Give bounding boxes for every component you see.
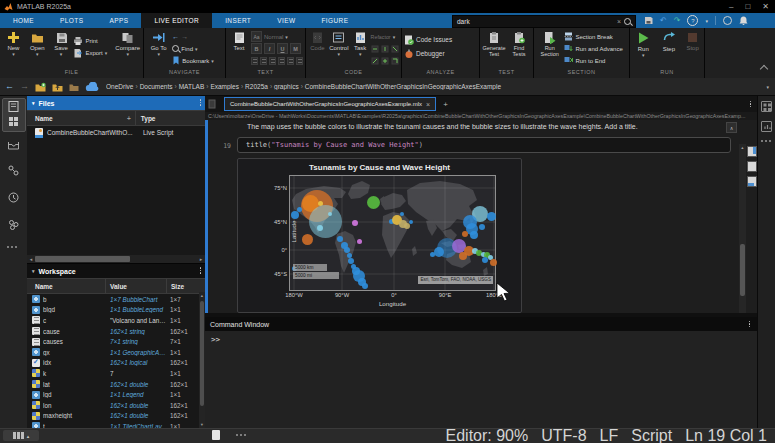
align-center-icon[interactable] <box>260 57 267 65</box>
editor-zoom-level[interactable]: Editor: 90% <box>446 427 529 443</box>
panel-source-control-icon[interactable] <box>7 164 20 177</box>
run-button[interactable]: Run▾ <box>632 31 655 57</box>
monospace-button[interactable]: M <box>290 43 301 54</box>
back-icon[interactable]: ← <box>5 82 14 91</box>
clear-search-icon[interactable]: × <box>614 18 624 25</box>
maximize-button[interactable]: □ <box>745 2 750 11</box>
ribbon-tab-figure[interactable]: FIGURE <box>308 13 361 28</box>
ribbon-tab-live-editor[interactable]: LIVE EDITOR <box>141 13 212 28</box>
table-row[interactable]: lgd1×1 Legend1×1 <box>27 389 205 400</box>
editor-scrollbar[interactable]: ▴ ▾ <box>739 144 746 313</box>
refactor-tool-icon[interactable] <box>381 57 389 65</box>
ribbon-tab-home[interactable]: HOME <box>0 13 47 28</box>
table-row[interactable]: b1×7 BubbleChart1×7 <box>27 294 205 305</box>
breadcrumb-item[interactable]: R2025a <box>245 83 268 90</box>
find-tests-button[interactable]: Find Tests <box>507 31 531 57</box>
ribbon-tab-apps[interactable]: APPS <box>96 13 141 28</box>
sort-icon[interactable]: + <box>127 115 131 122</box>
control-button[interactable]: Control▾ <box>328 31 350 56</box>
output-inline-icon[interactable] <box>747 146 757 157</box>
files-menu-icon[interactable] <box>200 99 202 106</box>
run-to-end-button[interactable]: Run to End <box>564 55 627 66</box>
generate-test-button[interactable]: Generate Test <box>482 31 506 57</box>
scroll-up-icon[interactable]: ▴ <box>739 144 746 152</box>
search-icon[interactable] <box>624 18 631 25</box>
bullet-list-icon[interactable] <box>278 57 285 65</box>
new-folder-icon[interactable] <box>35 82 46 92</box>
column-header-name[interactable]: Name <box>27 283 105 290</box>
editor-body[interactable]: 19 The map uses the bubble colors to ill… <box>205 120 757 313</box>
column-header-size[interactable]: Size <box>167 283 184 290</box>
document-bar-icon[interactable] <box>208 99 216 109</box>
command-window-header[interactable]: Command Window <box>205 317 757 331</box>
save-button[interactable]: Save▾ <box>50 31 73 56</box>
output-hide-icon[interactable] <box>747 161 757 172</box>
export-button[interactable]: Export▾ <box>73 47 113 58</box>
files-panel-header[interactable]: ▾ Files <box>27 96 205 110</box>
address-caret-icon[interactable]: ▾ <box>766 85 769 89</box>
command-window[interactable]: >> <box>205 331 757 428</box>
close-button[interactable]: ✕ <box>762 2 769 11</box>
table-row[interactable]: cause162×1 string162×1 <box>27 326 205 337</box>
scroll-right-icon[interactable]: ▸ <box>197 256 205 262</box>
refactor-tool-icon[interactable] <box>371 57 379 65</box>
minimize-button[interactable]: – <box>729 2 733 11</box>
editor-tab[interactable]: CombineBubbleChartWithOtherGraphicsInGeo… <box>224 97 436 111</box>
refactor-tool-icon[interactable] <box>391 45 399 53</box>
workspace-menu-icon[interactable] <box>200 267 202 274</box>
scroll-left-icon[interactable]: ◂ <box>27 256 35 262</box>
ribbon-tab-view[interactable]: VIEW <box>264 13 308 28</box>
table-row[interactable]: CombineBubbleChartWithO...Live Script <box>27 126 205 139</box>
column-header-value[interactable]: Value <box>106 283 166 290</box>
text-style-dropdown[interactable]: Aa Normal▾ <box>251 31 303 42</box>
editor-tab-menu-icon[interactable] <box>750 101 752 108</box>
table-row[interactable]: k71×1 <box>27 368 205 379</box>
refactor-tool-icon[interactable] <box>391 57 399 65</box>
community-icon[interactable] <box>723 16 732 25</box>
print-button[interactable]: Print <box>73 35 113 46</box>
close-tab-icon[interactable]: × <box>426 101 430 108</box>
column-header-name[interactable]: Name <box>27 115 127 122</box>
bookmark-button[interactable]: Bookmark▾ <box>172 55 223 66</box>
workspace-panel-header[interactable]: ▾ Workspace <box>27 264 205 278</box>
refactor-tool-icon[interactable] <box>381 45 389 53</box>
new-tab-icon[interactable]: + <box>443 100 448 109</box>
table-row[interactable]: lat162×1 double162×1 <box>27 379 205 390</box>
panel-command-window-icon[interactable] <box>7 138 20 151</box>
numbered-list-icon[interactable] <box>287 57 294 65</box>
collapse-files-icon[interactable]: ▾ <box>32 101 35 105</box>
command-window-menu-icon[interactable] <box>749 321 751 328</box>
code-line[interactable]: title("Tsunamis by Cause and Wave Height… <box>237 137 731 153</box>
more-panels-icon[interactable] <box>7 246 19 249</box>
underline-button[interactable]: U <box>277 43 288 54</box>
breadcrumb-item[interactable]: graphics <box>274 83 299 90</box>
refactor-button[interactable]: Refactor▾ <box>371 31 399 42</box>
align-right-icon[interactable] <box>269 57 276 65</box>
task-button[interactable]: Task▾ <box>351 31 370 56</box>
notifications-bell-icon[interactable] <box>739 16 748 26</box>
up-folder-icon[interactable] <box>52 82 63 92</box>
breadcrumb-item[interactable]: CombineBubbleChartWithOtherGraphicsInGeo… <box>305 83 501 90</box>
figure-output[interactable]: Tsunamis by Cause and Wave Height <box>237 158 522 313</box>
table-row[interactable]: maxheight162×1 double162×1 <box>27 411 205 422</box>
breadcrumb-item[interactable]: Examples <box>210 83 239 90</box>
recent-folder-icon[interactable] <box>69 82 79 92</box>
find-button[interactable]: Find▾ <box>172 43 223 54</box>
panel-toggle-button[interactable]: ▴ <box>3 430 39 441</box>
open-button[interactable]: Open▾ <box>26 31 49 56</box>
table-row[interactable]: idx162×1 logical162×1 <box>27 358 205 369</box>
new-button[interactable]: New▾ <box>2 31 25 56</box>
collapse-workspace-icon[interactable]: ▾ <box>32 269 35 273</box>
live-script-text[interactable]: The map uses the bubble colors to illust… <box>247 123 717 130</box>
indent-icon[interactable] <box>296 57 303 65</box>
scrollbar-thumb[interactable] <box>200 301 204 406</box>
table-row[interactable]: causes7×1 string7×1 <box>27 336 205 347</box>
panel-workspace-icon[interactable] <box>7 115 20 128</box>
goto-button[interactable]: Go To▾ <box>146 31 171 56</box>
geographic-axes[interactable]: 75°N 45°N 0° 45°S 180°W 90°W 0° 90°E 180… <box>289 175 496 291</box>
command-prompt[interactable]: >> <box>211 335 220 344</box>
align-left-icon[interactable] <box>251 57 258 65</box>
table-row[interactable]: c"Volcano and Lan…1×1 <box>27 315 205 326</box>
scrollbar-thumb[interactable] <box>35 256 130 262</box>
breadcrumb-item[interactable]: Documents <box>140 83 173 90</box>
